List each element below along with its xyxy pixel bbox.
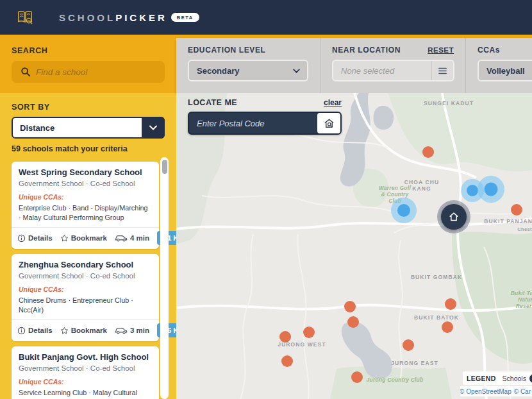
drive-time: 3 min	[115, 327, 149, 334]
bookmark-label: Bookmark	[71, 327, 107, 334]
chevron-down-icon	[285, 69, 307, 73]
card-footer: Details Bookmark 3 min 1.6 KM	[12, 319, 159, 341]
details-button[interactable]: Details	[17, 234, 53, 242]
school-map-marker[interactable]	[281, 355, 293, 367]
app-header: SCHOOL PICKER BETA	[0, 0, 532, 35]
unique-ccas-label: Unique CCAs:	[19, 285, 152, 294]
school-name: Zhenghua Secondary School	[19, 260, 152, 270]
school-card[interactable]: West Spring Secondary School Government …	[12, 162, 159, 249]
menu-icon[interactable]	[431, 61, 453, 80]
locate-me-label: LOCATE ME	[188, 98, 237, 107]
cluster-core	[397, 204, 410, 217]
schoolpicker-app: SCHOOL PICKER BETA SEARCH SORT BY Distan…	[0, 0, 532, 399]
school-map-marker[interactable]	[403, 339, 414, 351]
details-label: Details	[28, 327, 53, 334]
basemap	[176, 93, 532, 399]
school-map-marker[interactable]	[445, 298, 456, 310]
ccas-select[interactable]: Volleyball	[478, 60, 532, 81]
search-box[interactable]	[12, 61, 165, 83]
sort-select-value: Distance	[13, 123, 54, 133]
bookmark-button[interactable]: Bookmark	[60, 234, 107, 242]
postal-code-box	[188, 112, 342, 135]
home-location-marker[interactable]	[437, 200, 470, 233]
school-map-marker[interactable]	[279, 331, 291, 343]
star-icon	[60, 234, 69, 242]
car-icon	[115, 327, 128, 334]
ccas-list: Chinese Drums · Entrepreneur Club · Ncc(…	[19, 296, 152, 315]
near-location-label: NEAR LOCATION	[332, 46, 401, 55]
school-name: Bukit Panjang Govt. High School	[19, 352, 152, 362]
locate-button[interactable]	[317, 113, 340, 133]
near-location-placeholder: None selected	[333, 66, 431, 76]
bookmark-button[interactable]: Bookmark	[60, 327, 107, 335]
school-card[interactable]: Bukit Panjang Govt. High School Governme…	[12, 346, 159, 399]
clear-link[interactable]: clear	[324, 98, 342, 107]
legend-cluster-icon	[529, 374, 532, 383]
bookmark-label: Bookmark	[71, 234, 107, 242]
map[interactable]: SUNGEI KADUTCHOA CHUKANGWarren Golf& Cou…	[176, 93, 532, 399]
education-level-select[interactable]: Secondary	[188, 60, 308, 81]
education-level-section: EDUCATION LEVEL Secondary	[176, 38, 320, 93]
near-location-section: NEAR LOCATION RESET None selected	[320, 38, 465, 93]
drive-time: 4 min	[115, 234, 149, 242]
scrollbar-track[interactable]	[160, 157, 169, 399]
school-card[interactable]: Zhenghua Secondary School Government Sch…	[12, 254, 159, 341]
school-map-marker[interactable]	[422, 146, 434, 158]
school-cluster-marker[interactable]	[391, 198, 417, 223]
car-icon	[115, 234, 128, 242]
school-card-list: West Spring Secondary School Government …	[0, 157, 176, 399]
brand-school: SCHOOL	[59, 12, 115, 23]
search-label: SEARCH	[12, 46, 165, 55]
map-legend: LEGEND Schools	[463, 371, 532, 385]
ccas-section: CCAs Volleyball	[465, 38, 532, 93]
home-marker-circle	[441, 204, 467, 230]
brand-picker: PICKER	[115, 12, 167, 23]
details-button[interactable]: Details	[17, 327, 53, 335]
chevron-down-icon[interactable]	[142, 117, 165, 139]
match-count: 59 schools match your criteria	[12, 144, 165, 153]
scrollbar-thumb[interactable]	[162, 160, 167, 174]
school-type: Government School · Co-ed School	[19, 364, 152, 373]
search-section: SEARCH	[0, 38, 176, 93]
map-place-label: SUNGEI KADUT	[424, 100, 474, 106]
sort-by-label: SORT BY	[12, 103, 165, 112]
school-map-marker[interactable]	[303, 327, 315, 338]
ccas-list: Service Learning Club · Malay Cultural S…	[19, 388, 152, 399]
legend-title: LEGEND	[467, 375, 496, 382]
school-map-marker[interactable]	[442, 321, 453, 333]
education-level-label: EDUCATION LEVEL	[188, 46, 265, 55]
education-level-value: Secondary	[189, 66, 285, 76]
brand: SCHOOL PICKER BETA	[59, 12, 199, 23]
map-place-label: Bukit TimahNatureReserve	[511, 290, 532, 309]
info-icon	[17, 234, 26, 242]
school-map-marker[interactable]	[347, 316, 359, 328]
map-place-label: Chestnut	[517, 226, 532, 233]
locate-me-panel: LOCATE ME clear	[188, 98, 342, 135]
map-place-label: JURONG EAST	[391, 360, 438, 366]
postal-code-input[interactable]	[189, 119, 317, 128]
sort-select[interactable]: Distance	[12, 117, 165, 139]
map-attribution: © OpenStreetMap © Car	[460, 386, 532, 396]
search-icon	[21, 67, 31, 77]
home-icon	[447, 210, 460, 223]
sort-section: SORT BY Distance 59 schools match your c…	[0, 93, 176, 153]
map-place-label: BUKIT GOMBAK	[411, 274, 462, 280]
book-logo-icon	[17, 9, 33, 26]
legend-schools-label: Schools	[503, 375, 526, 382]
reset-link[interactable]: RESET	[428, 46, 454, 54]
osm-attribution-link[interactable]: © OpenStreetMap	[460, 388, 511, 395]
map-place-label: Jurong Country Club	[367, 377, 424, 383]
info-icon	[17, 327, 26, 335]
home-search-icon	[323, 117, 335, 130]
star-icon	[60, 327, 69, 335]
details-label: Details	[28, 234, 53, 242]
carto-attribution-link[interactable]: © Car	[514, 388, 531, 395]
search-input[interactable]	[36, 67, 158, 77]
school-map-marker[interactable]	[351, 371, 363, 383]
unique-ccas-label: Unique CCAs:	[19, 193, 152, 201]
school-map-marker[interactable]	[511, 204, 522, 216]
school-map-marker[interactable]	[344, 301, 356, 312]
near-location-input[interactable]: None selected	[332, 60, 454, 81]
unique-ccas-label: Unique CCAs:	[19, 378, 152, 386]
school-cluster-marker[interactable]	[478, 176, 504, 203]
